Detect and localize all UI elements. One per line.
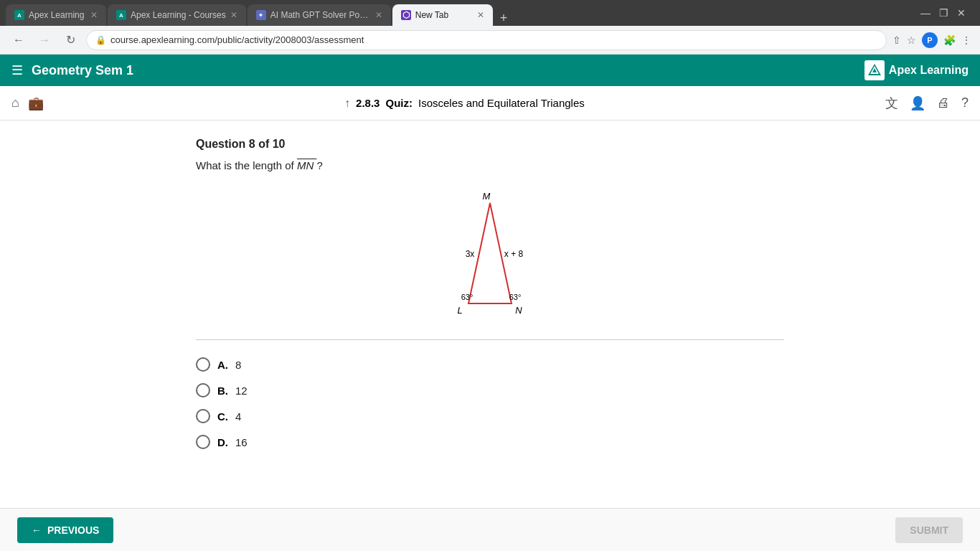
hamburger-menu[interactable]: ☰ bbox=[11, 62, 23, 78]
choice-c-value: 4 bbox=[235, 410, 241, 423]
briefcase-icon[interactable]: 💼 bbox=[28, 95, 44, 111]
profile-button[interactable]: P bbox=[922, 32, 938, 48]
lock-icon: 🔒 bbox=[95, 35, 106, 45]
accessibility-icon[interactable]: 👤 bbox=[910, 95, 925, 111]
tab-close-4[interactable]: ✕ bbox=[477, 10, 484, 20]
print-icon[interactable]: 🖨 bbox=[937, 95, 950, 110]
tab-apex-courses[interactable]: A Apex Learning - Courses ✕ bbox=[108, 4, 246, 26]
triangle-diagram: M L N 3x x + 8 63° 63° bbox=[411, 189, 569, 325]
choice-a-letter: A. bbox=[217, 359, 228, 371]
app-header: ☰ Geometry Sem 1 Apex Learning bbox=[0, 55, 980, 86]
quiz-title: Isosceles and Equilateral Triangles bbox=[418, 97, 585, 109]
address-bar[interactable]: 🔒 course.apexlearning.com/public/activit… bbox=[86, 30, 887, 50]
maximize-button[interactable]: ❐ bbox=[936, 6, 951, 20]
tab-apex-learning[interactable]: A Apex Learning ✕ bbox=[6, 4, 106, 26]
browser-chrome: A Apex Learning ✕ A Apex Learning - Cour… bbox=[0, 0, 980, 26]
up-arrow-icon: ↑ bbox=[344, 97, 350, 110]
diagram-container: M L N 3x x + 8 63° 63° bbox=[196, 189, 784, 325]
toolbar-center: ↑ 2.8.3 Quiz: Isosceles and Equilateral … bbox=[344, 97, 585, 110]
forward-button[interactable]: → bbox=[34, 30, 55, 50]
app-title: Geometry Sem 1 bbox=[32, 63, 133, 78]
quiz-id: 2.8.3 bbox=[356, 97, 380, 109]
choice-b[interactable]: B. 12 bbox=[196, 383, 784, 397]
choice-c[interactable]: C. 4 bbox=[196, 409, 784, 423]
browser-menu-icon[interactable]: ⋮ bbox=[961, 34, 971, 46]
translate-icon[interactable]: 文 bbox=[885, 95, 898, 112]
new-tab-button[interactable]: + bbox=[494, 11, 514, 26]
tab-label-2: Apex Learning - Courses bbox=[131, 10, 226, 20]
tab-favicon-4: ⬡ bbox=[401, 10, 411, 20]
home-icon[interactable]: ⌂ bbox=[11, 95, 19, 110]
tab-new-tab[interactable]: ⬡ New Tab ✕ bbox=[392, 4, 493, 26]
toolbar-left: ⌂ 💼 bbox=[11, 95, 44, 111]
right-side-label: x + 8 bbox=[504, 249, 524, 259]
tab-close-1[interactable]: ✕ bbox=[90, 10, 98, 20]
choice-b-value: 12 bbox=[235, 385, 248, 397]
extensions-icon[interactable]: 🧩 bbox=[943, 34, 956, 46]
tab-close-2[interactable]: ✕ bbox=[230, 10, 237, 20]
vertex-n-label: N bbox=[515, 305, 522, 316]
tab-label-3: AI Math GPT Solver Powered by bbox=[270, 10, 371, 20]
tab-close-3[interactable]: ✕ bbox=[375, 10, 382, 20]
mn-overline-text: MN bbox=[297, 159, 317, 171]
close-button[interactable]: ✕ bbox=[954, 6, 969, 20]
tab-favicon-1: A bbox=[14, 10, 24, 20]
address-text: course.apexlearning.com/public/activity/… bbox=[110, 34, 364, 45]
radio-c[interactable] bbox=[196, 409, 210, 423]
bookmark-icon[interactable]: ☆ bbox=[907, 34, 916, 46]
radio-a[interactable] bbox=[196, 357, 210, 372]
browser-window-controls: — ❐ ✕ bbox=[918, 6, 974, 20]
quiz-label: Quiz: bbox=[385, 97, 413, 109]
apex-logo: Apex Learning bbox=[864, 60, 969, 80]
tab-label-1: Apex Learning bbox=[29, 10, 86, 20]
vertex-l-label: L bbox=[457, 305, 462, 316]
address-bar-row: ← → ↻ 🔒 course.apexlearning.com/public/a… bbox=[0, 26, 980, 55]
apex-svg-icon bbox=[867, 62, 882, 78]
reload-button[interactable]: ↻ bbox=[60, 30, 80, 50]
main-content: Question 8 of 10 What is the length of M… bbox=[167, 121, 813, 466]
choice-a-value: 8 bbox=[235, 359, 241, 371]
back-button[interactable]: ← bbox=[9, 30, 29, 50]
tab-label-4: New Tab bbox=[415, 10, 473, 20]
radio-b[interactable] bbox=[196, 383, 210, 397]
tab-bar: A Apex Learning ✕ A Apex Learning - Cour… bbox=[6, 0, 918, 26]
choice-c-letter: C. bbox=[217, 410, 228, 423]
right-angle-label: 63° bbox=[509, 293, 522, 301]
choice-a[interactable]: A. 8 bbox=[196, 357, 784, 372]
apex-icon bbox=[864, 60, 885, 80]
app-header-left: ☰ Geometry Sem 1 bbox=[11, 62, 133, 78]
question-text: What is the length of MN ? bbox=[196, 159, 784, 171]
tab-ai-math[interactable]: ✦ AI Math GPT Solver Powered by ✕ bbox=[248, 4, 391, 26]
left-side-label: 3x bbox=[466, 249, 475, 259]
tab-favicon-3: ✦ bbox=[256, 10, 266, 20]
address-bar-actions: ⇧ ☆ P 🧩 ⋮ bbox=[892, 32, 971, 48]
toolbar-right: 文 👤 🖨 ? bbox=[885, 95, 969, 112]
minimize-button[interactable]: — bbox=[918, 6, 933, 20]
toolbar: ⌂ 💼 ↑ 2.8.3 Quiz: Isosceles and Equilate… bbox=[0, 86, 980, 121]
left-angle-label: 63° bbox=[461, 293, 473, 301]
divider bbox=[196, 339, 784, 340]
help-icon[interactable]: ? bbox=[961, 95, 969, 110]
tab-favicon-2: A bbox=[116, 10, 126, 20]
choice-b-letter: B. bbox=[217, 385, 228, 397]
question-text-part1: What is the length of bbox=[196, 159, 294, 171]
answer-choices: A. 8 B. 12 C. 4 D. 16 bbox=[196, 357, 784, 449]
choice-d-value: 16 bbox=[235, 436, 248, 448]
question-number: Question 8 of 10 bbox=[196, 138, 784, 151]
choice-d-letter: D. bbox=[217, 436, 228, 448]
apex-logo-text: Apex Learning bbox=[889, 64, 969, 77]
question-text-part2: ? bbox=[316, 159, 322, 171]
radio-d[interactable] bbox=[196, 435, 210, 449]
share-icon[interactable]: ⇧ bbox=[892, 34, 901, 46]
vertex-m-label: M bbox=[483, 191, 491, 202]
choice-d[interactable]: D. 16 bbox=[196, 435, 784, 449]
